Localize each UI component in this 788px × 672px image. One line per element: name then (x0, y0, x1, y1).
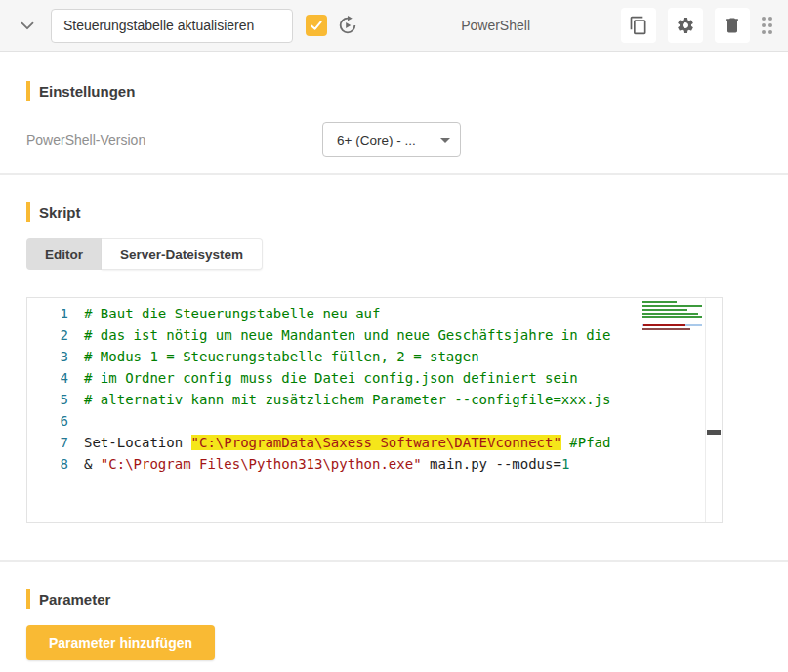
powershell-version-select[interactable]: 6+ (Core) - ... (322, 122, 461, 157)
code-editor[interactable]: 1# Baut die Steuerungstabelle neu auf2# … (26, 297, 723, 523)
settings-title: Einstellungen (39, 83, 135, 100)
collapse-chevron-icon[interactable] (16, 14, 39, 37)
powershell-version-value: 6+ (Core) - ... (337, 133, 435, 147)
script-section-header: Skript (26, 202, 762, 222)
scrollbar-thumb[interactable] (707, 430, 721, 435)
run-task-icon[interactable] (336, 14, 359, 37)
divider (0, 173, 788, 175)
task-type-label: PowerShell (461, 18, 530, 33)
settings-button[interactable] (668, 8, 703, 43)
code-line[interactable]: 6 (27, 410, 722, 432)
tab-editor[interactable]: Editor (26, 238, 102, 270)
section-accent-bar (26, 202, 30, 222)
tab-server-filesystem[interactable]: Server-Dateisystem (102, 238, 263, 270)
code-line[interactable]: 8& "C:\Program Files\Python313\python.ex… (27, 453, 722, 475)
code-line[interactable]: 3# Modus 1 = Steuerungstabelle füllen, 2… (27, 346, 722, 367)
parameter-title: Parameter (39, 591, 110, 608)
header-actions (621, 8, 750, 43)
script-title: Skript (39, 204, 81, 221)
drag-handle[interactable] (762, 17, 772, 34)
code-line[interactable]: 1# Baut die Steuerungstabelle neu auf (27, 303, 722, 324)
add-parameter-button[interactable]: Parameter hinzufügen (26, 625, 215, 660)
section-accent-bar (26, 81, 30, 101)
powershell-version-row: PowerShell-Version 6+ (Core) - ... (26, 122, 762, 157)
task-name-input[interactable] (51, 9, 293, 43)
code-line[interactable]: 4# im Ordner config muss die Datei confi… (27, 367, 722, 389)
divider (0, 560, 788, 562)
powershell-version-label: PowerShell-Version (26, 132, 322, 147)
copy-button[interactable] (621, 8, 656, 43)
task-header: PowerShell (0, 0, 788, 52)
parameter-section-header: Parameter (26, 589, 762, 609)
section-accent-bar (26, 589, 30, 609)
settings-section-header: Einstellungen (26, 81, 762, 101)
code-lines: 1# Baut die Steuerungstabelle neu auf2# … (27, 303, 722, 475)
code-line[interactable]: 2# das ist nötig um neue Mandanten und n… (27, 324, 722, 346)
dropdown-caret-icon (440, 138, 450, 143)
editor-scrollbar[interactable] (705, 298, 722, 522)
enabled-checkbox[interactable] (306, 15, 327, 36)
script-tabs: Editor Server-Dateisystem (26, 238, 762, 270)
code-line[interactable]: 7Set-Location "C:\ProgramData\Saxess Sof… (27, 432, 722, 453)
delete-button[interactable] (715, 8, 750, 43)
code-line[interactable]: 5# alternativ kann mit zusätzlichem Para… (27, 389, 722, 410)
minimap[interactable] (641, 301, 703, 346)
